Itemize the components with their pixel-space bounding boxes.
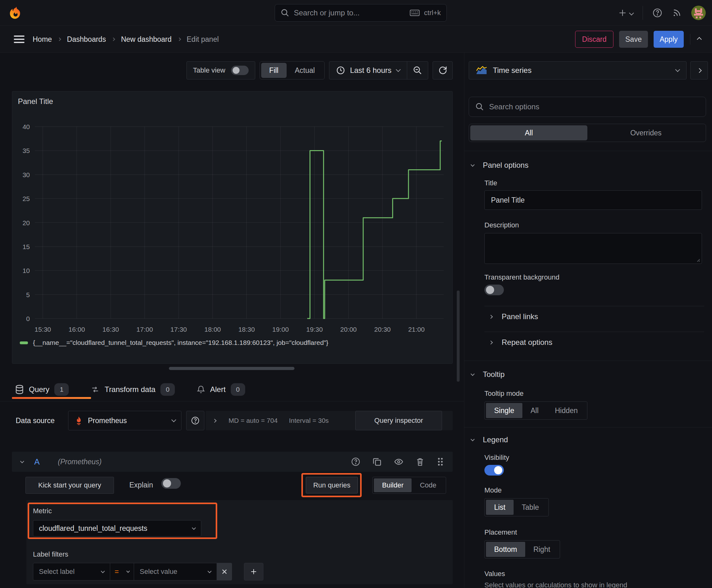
hide-response-icon[interactable]	[394, 457, 404, 466]
panel-title-input[interactable]	[484, 190, 702, 210]
resize-handle[interactable]	[169, 367, 295, 370]
time-range-button[interactable]: Last 6 hours	[329, 62, 407, 79]
avatar[interactable]	[691, 6, 706, 20]
news-icon[interactable]	[672, 8, 682, 18]
explain-toggle[interactable]	[161, 478, 181, 489]
placement-bottom[interactable]: Bottom	[486, 542, 525, 557]
select-value-placeholder: Select value	[140, 568, 177, 576]
legend-label[interactable]: {__name__="cloudflared_tunnel_total_requ…	[33, 339, 328, 346]
svg-text:15: 15	[23, 243, 30, 250]
metric-select[interactable]: cloudflared_tunnel_total_requests	[33, 520, 201, 537]
tab-alert[interactable]: Alert 0	[197, 383, 245, 396]
menu-toggle[interactable]	[14, 36, 24, 43]
legend-header[interactable]: Legend	[471, 435, 508, 444]
tab-transform[interactable]: Transform data 0	[91, 383, 175, 396]
svg-text:19:30: 19:30	[306, 326, 323, 333]
chevron-down-icon	[675, 67, 680, 72]
zoom-out-button[interactable]	[407, 66, 428, 75]
breadcrumb-separator-icon	[112, 37, 115, 41]
code-option[interactable]: Code	[412, 478, 445, 492]
viz-name: Time series	[493, 66, 532, 75]
chevron-down-icon	[208, 569, 212, 573]
run-queries-button[interactable]: Run queries	[306, 477, 358, 493]
select-value-dropdown[interactable]: Select value	[134, 563, 217, 581]
options-search[interactable]: Search options	[469, 97, 706, 117]
apply-button[interactable]: Apply	[654, 31, 684, 48]
query-inspector-button[interactable]: Query inspector	[355, 411, 442, 430]
tooltip-mode-single[interactable]: Single	[486, 403, 522, 418]
viz-picker[interactable]: Time series	[469, 61, 687, 80]
section-divider	[464, 361, 712, 361]
table-view-toggle[interactable]	[231, 66, 249, 75]
collapse-options-icon[interactable]	[697, 37, 702, 42]
collapse-query-icon[interactable]	[20, 459, 24, 463]
description-textarea[interactable]	[484, 233, 702, 264]
tooltip-mode-segmented: Single All Hidden	[484, 401, 587, 420]
placement-right[interactable]: Right	[525, 542, 559, 557]
save-button[interactable]: Save	[619, 31, 648, 48]
actual-option[interactable]: Actual	[287, 63, 323, 78]
grafana-logo[interactable]	[9, 6, 23, 20]
svg-text:15:30: 15:30	[35, 326, 51, 333]
tooltip-mode-hidden[interactable]: Hidden	[547, 403, 586, 418]
actions-divider	[690, 34, 690, 45]
viz-expand-button[interactable]	[690, 61, 708, 80]
prometheus-icon	[74, 416, 84, 425]
help-icon[interactable]	[351, 457, 360, 466]
editor-tabs: Query 1 Transform data 0 Alert 0	[15, 380, 245, 399]
legend-swatch[interactable]	[20, 341, 28, 344]
svg-text:18:30: 18:30	[238, 326, 255, 333]
table-view-label: Table view	[193, 66, 225, 75]
transparent-bg-label: Transparent background	[484, 273, 559, 281]
tooltip-mode-all[interactable]: All	[522, 403, 547, 418]
datasource-help-button[interactable]	[186, 411, 204, 430]
chevron-down-icon	[101, 569, 105, 573]
main-scrollbar-thumb[interactable]	[457, 291, 459, 382]
chevron-down-icon	[471, 163, 475, 167]
item-divider	[484, 306, 704, 306]
breadcrumb-dashboards[interactable]: Dashboards	[67, 35, 106, 44]
tab-query[interactable]: Query 1	[15, 383, 69, 396]
query-actions-row: Kick start your query Explain Run querie…	[12, 473, 453, 498]
tab-all[interactable]: All	[470, 125, 587, 141]
help-button[interactable]	[652, 8, 662, 18]
operator-dropdown[interactable]: =	[110, 563, 134, 581]
discard-button[interactable]: Discard	[575, 31, 613, 48]
refresh-button[interactable]	[433, 61, 453, 80]
select-label-dropdown[interactable]: Select label	[33, 563, 110, 581]
fill-option[interactable]: Fill	[261, 63, 287, 78]
svg-text:17:30: 17:30	[170, 326, 187, 333]
visibility-toggle[interactable]	[484, 465, 504, 476]
tab-query-count: 1	[54, 383, 69, 396]
kickstart-button[interactable]: Kick start your query	[25, 477, 114, 494]
panel-links-header[interactable]: Panel links	[490, 312, 538, 321]
breadcrumb-new-dashboard[interactable]: New dashboard	[121, 35, 171, 44]
chart-panel: Panel Title 051015202530354015:3016:0016…	[12, 91, 453, 364]
query-row-header[interactable]: A (Prometheus)	[12, 452, 453, 472]
query-ref-id[interactable]: A	[34, 457, 40, 467]
svg-text:40: 40	[23, 123, 30, 130]
datasource-picker[interactable]: Prometheus	[68, 411, 181, 430]
expand-options-icon[interactable]	[213, 419, 217, 423]
duplicate-icon[interactable]	[372, 457, 382, 466]
tab-overrides[interactable]: Overrides	[587, 125, 705, 141]
tooltip-header[interactable]: Tooltip	[471, 370, 504, 379]
svg-text:10: 10	[23, 267, 30, 274]
legend-mode-list[interactable]: List	[486, 500, 514, 515]
add-filter-button[interactable]	[244, 563, 263, 581]
add-button[interactable]	[619, 9, 633, 17]
remove-filter-button[interactable]	[217, 563, 232, 581]
panel-options-header[interactable]: Panel options	[471, 161, 528, 170]
svg-text:19:00: 19:00	[272, 326, 289, 333]
tab-alert-label: Alert	[210, 385, 225, 394]
breadcrumb-home[interactable]: Home	[33, 35, 52, 44]
global-search[interactable]: Search or jump to... ctrl+k	[275, 4, 447, 22]
panel-title[interactable]: Panel Title	[18, 97, 53, 106]
repeat-options-header[interactable]: Repeat options	[490, 338, 552, 347]
legend-mode-table[interactable]: Table	[514, 500, 547, 515]
trash-icon[interactable]	[416, 457, 425, 466]
breadcrumb: Home Dashboards New dashboard Edit panel	[33, 26, 219, 53]
drag-handle-icon[interactable]	[436, 457, 444, 466]
builder-option[interactable]: Builder	[374, 478, 412, 492]
transparent-bg-toggle[interactable]	[484, 285, 504, 295]
